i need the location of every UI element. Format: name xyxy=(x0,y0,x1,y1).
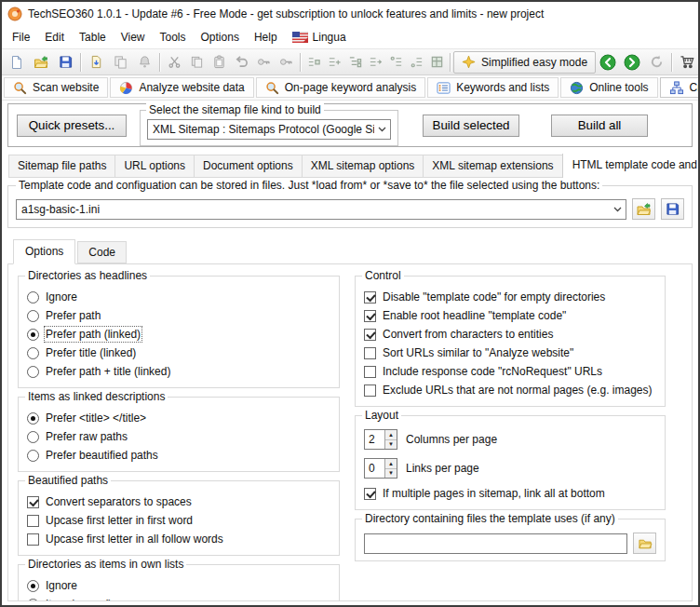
checkbox-convert-separators[interactable]: Convert separators to spaces xyxy=(27,492,330,511)
refresh-button[interactable] xyxy=(644,51,668,74)
nav-forward-button[interactable] xyxy=(620,51,644,74)
new-document-icon xyxy=(9,55,24,70)
spin-up-button[interactable]: ▲ xyxy=(385,459,397,469)
tab-label: Keywords and lists xyxy=(456,81,549,94)
quick-presets-button[interactable]: Quick presets... xyxy=(17,115,127,137)
paste-button[interactable] xyxy=(208,51,230,74)
copy-button[interactable] xyxy=(185,51,208,74)
save-template-button[interactable] xyxy=(661,198,684,220)
tab-label: HTML template code and options xyxy=(572,158,698,171)
sitemap-kind-dropdown[interactable]: XML Sitemap : Sitemaps Protocol (Google … xyxy=(147,119,391,140)
menu-lingua[interactable]: Lingua xyxy=(285,28,354,47)
links-per-page-stepper[interactable]: 0 ▲ ▼ xyxy=(364,458,397,479)
columns-per-page-stepper[interactable]: 2 ▲ ▼ xyxy=(364,429,397,450)
checkbox-include-rcnorequest[interactable]: Include response code "rcNoRequest" URLs xyxy=(364,362,656,381)
menu-options[interactable]: Options xyxy=(194,28,247,47)
tab-keywords-and-lists[interactable]: Keywords and lists xyxy=(427,77,559,98)
checkbox-upcase-follow-words[interactable]: Upcase first letter in all follow words xyxy=(27,530,330,548)
radio-button xyxy=(27,347,39,359)
radio-dirheadlines-prefer-title-linked[interactable]: Prefer title (linked) xyxy=(27,344,330,362)
columns-per-page-value[interactable]: 2 xyxy=(365,430,384,449)
radio-dirheadlines-prefer-path[interactable]: Prefer path xyxy=(27,306,330,325)
radio-dirheadlines-prefer-path-linked[interactable]: Prefer path (linked) xyxy=(27,325,330,344)
tab-options[interactable]: Options xyxy=(13,239,75,264)
filter2-button[interactable] xyxy=(275,51,297,74)
browse-directory-button[interactable] xyxy=(633,533,656,554)
globe-icon xyxy=(570,81,584,95)
move-node-button[interactable] xyxy=(365,51,385,74)
spin-up-button[interactable]: ▲ xyxy=(385,430,397,440)
insert-node-button[interactable] xyxy=(303,51,324,74)
tab-onpage-keyword-analysis[interactable]: On-page keyword analysis xyxy=(256,77,425,98)
export-data-button[interactable] xyxy=(84,51,108,74)
add-node-button[interactable] xyxy=(324,51,344,74)
save-icon xyxy=(666,202,680,216)
tab-xml-sitemap-extensions[interactable]: XML sitemap extensions xyxy=(423,155,562,178)
template-dir-input[interactable] xyxy=(364,533,627,554)
nav-back-button[interactable] xyxy=(596,51,620,74)
load-template-button[interactable] xyxy=(632,198,655,220)
checkbox-enable-root-headline[interactable]: Enable root headline "template code" xyxy=(364,306,656,325)
clipboard-icon xyxy=(212,55,226,69)
buy-button[interactable] xyxy=(675,51,698,74)
grid-view-button[interactable] xyxy=(426,51,447,74)
tab-html-template-code-and-options[interactable]: HTML template code and options xyxy=(562,154,698,178)
checkbox-disable-template-empty-dirs[interactable]: Disable "template code" for empty direct… xyxy=(364,288,656,306)
app-icon[interactable] xyxy=(7,7,22,21)
build-all-button[interactable]: Build all xyxy=(551,115,648,137)
columns-per-page-row: 2 ▲ ▼ Columns per page xyxy=(364,427,656,452)
main-tab-bar: Scan website Analyze website data On-pag… xyxy=(2,75,698,101)
new-project-button[interactable] xyxy=(5,51,29,74)
open-project-button[interactable] xyxy=(29,51,53,74)
tab-label: Code xyxy=(88,246,115,259)
chevron-down-icon xyxy=(610,207,625,212)
menu-view[interactable]: View xyxy=(114,28,153,47)
menu-file[interactable]: File xyxy=(5,28,37,47)
simplified-easy-mode-button[interactable]: Simplified easy mode xyxy=(453,51,596,74)
radio-dirheadlines-ignore[interactable]: Ignore xyxy=(27,288,330,306)
save-icon xyxy=(59,55,73,69)
radio-diritems-item-normal[interactable]: Item (normal) xyxy=(27,595,330,601)
checkbox-sort-urls[interactable]: Sort URLs similar to "Analyze website" xyxy=(364,344,656,362)
save-project-button[interactable] xyxy=(53,51,77,74)
open-folder-icon xyxy=(34,55,48,70)
menu-tools[interactable]: Tools xyxy=(153,28,194,47)
radio-linkdesc-prefer-raw-paths[interactable]: Prefer raw paths xyxy=(27,427,330,446)
tab-scan-website[interactable]: Scan website xyxy=(4,77,108,98)
tab-code[interactable]: Code xyxy=(77,241,127,263)
menu-edit[interactable]: Edit xyxy=(37,28,72,47)
nav-forward-icon xyxy=(624,54,640,71)
build-selected-button[interactable]: Build selected xyxy=(423,115,519,137)
expand-tree-button[interactable] xyxy=(344,51,365,74)
spin-down-button[interactable]: ▼ xyxy=(385,440,397,450)
import-data-button[interactable] xyxy=(108,51,132,74)
checkbox-upcase-first-word[interactable]: Upcase first letter in first word xyxy=(27,511,330,530)
indent-node-button[interactable] xyxy=(385,51,406,74)
indent-icon xyxy=(389,55,403,69)
cut-button[interactable] xyxy=(163,51,185,74)
radio-dirheadlines-prefer-path-title-linked[interactable]: Prefer path + title (linked) xyxy=(27,362,330,381)
tab-xml-sitemap-options[interactable]: XML sitemap options xyxy=(302,155,424,178)
notify-button[interactable] xyxy=(132,51,156,74)
tab-create-sitemap[interactable]: Create sitemap xyxy=(660,77,698,98)
tab-url-options[interactable]: URL options xyxy=(114,155,195,178)
radio-linkdesc-prefer-title-tag[interactable]: Prefer <title> </title> xyxy=(27,409,330,427)
checkbox-exclude-non-pages[interactable]: Exclude URLs that are not normal pages (… xyxy=(364,381,656,399)
checkbox-convert-chars-entities[interactable]: Convert from characters to entities xyxy=(364,325,656,344)
spin-down-button[interactable]: ▼ xyxy=(385,469,397,479)
menu-help[interactable]: Help xyxy=(247,28,285,47)
template-file-dropdown[interactable]: a1sg-basic-1.ini xyxy=(16,199,626,220)
links-per-page-value[interactable]: 0 xyxy=(365,459,384,478)
radio-diritems-ignore[interactable]: Ignore xyxy=(27,576,330,595)
radio-linkdesc-prefer-beautified-paths[interactable]: Prefer beautified paths xyxy=(27,446,330,465)
tab-sitemap-file-paths[interactable]: Sitemap file paths xyxy=(8,155,115,178)
tab-analyze-website-data[interactable]: Analyze website data xyxy=(110,77,253,98)
tab-document-options[interactable]: Document options xyxy=(194,155,303,178)
checkbox-link-all-at-bottom[interactable]: If multiple pages in sitemap, link all a… xyxy=(364,484,656,503)
outdent-node-button[interactable] xyxy=(406,51,426,74)
undo-button[interactable] xyxy=(230,51,252,74)
filter-button[interactable] xyxy=(252,51,275,74)
menu-table[interactable]: Table xyxy=(72,28,114,47)
magnifier-icon xyxy=(265,81,279,95)
tab-online-tools[interactable]: Online tools xyxy=(560,77,657,98)
